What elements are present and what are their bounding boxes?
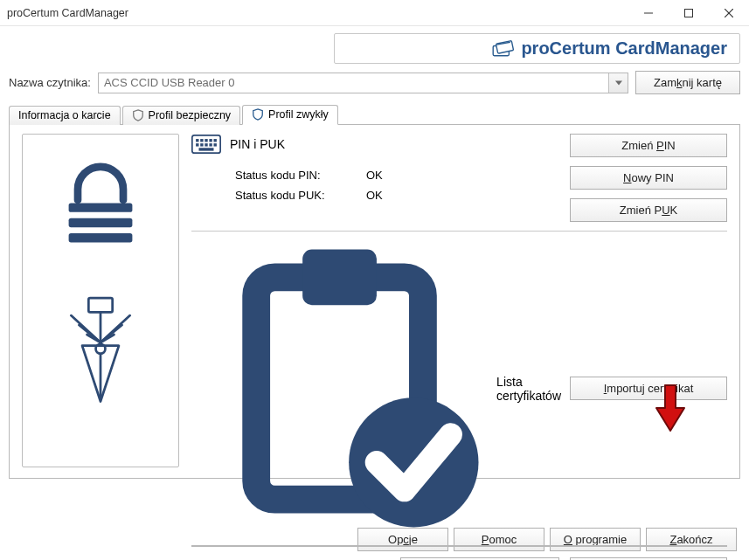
card-swipe-icon	[489, 39, 514, 59]
new-pin-button[interactable]: Nowy PIN	[570, 166, 727, 190]
tab-page-common: PIN i PUK Status kodu PIN: OK Status kod…	[9, 124, 740, 479]
reader-combo[interactable]: ACS CCID USB Reader 0	[98, 73, 628, 93]
svg-rect-11	[88, 298, 112, 312]
brand-text: proCertum CardManager	[521, 38, 727, 59]
tab-common-profile[interactable]: Profil zwykły	[242, 105, 338, 125]
title-bar: proCertum CardManager	[0, 0, 749, 26]
pin-status-value: OK	[366, 169, 410, 182]
pin-buttons: Zmień PIN Nowy PIN Zmień PUK	[570, 134, 727, 222]
minimize-button[interactable]	[628, 0, 669, 26]
left-illustration-column	[22, 134, 179, 467]
svg-rect-20	[200, 143, 203, 146]
import-cert-button[interactable]: Importuj certyfikat	[570, 377, 727, 400]
pin-section-title: PIN i PUK	[230, 137, 285, 151]
cert-table-header: Właściciel certyfikatu Wystawca certyfik…	[192, 546, 726, 547]
window-title: proCertum CardManager	[7, 7, 128, 19]
tab-label: Informacja o karcie	[18, 109, 111, 121]
svg-rect-26	[302, 250, 377, 306]
keyboard-icon	[191, 134, 221, 155]
chevron-down-icon[interactable]	[608, 73, 628, 93]
svg-rect-14	[196, 139, 198, 142]
change-puk-button[interactable]: Zmień PUK	[570, 198, 727, 222]
svg-rect-21	[205, 143, 207, 146]
profile-right-column: PIN i PUK Status kodu PIN: OK Status kod…	[191, 134, 727, 467]
col-validity[interactable]: Data ważności	[594, 546, 726, 547]
svg-rect-18	[214, 139, 217, 142]
tab-card-info[interactable]: Informacja o karcie	[9, 106, 121, 125]
maximize-button[interactable]	[669, 0, 709, 26]
svg-marker-7	[615, 80, 622, 85]
reader-label: Nazwa czytnika:	[9, 76, 91, 89]
shield-icon	[132, 109, 144, 121]
svg-rect-10	[69, 233, 133, 242]
tab-label: Profil bezpieczny	[149, 109, 232, 121]
svg-rect-15	[200, 139, 203, 142]
tab-label: Profil zwykły	[268, 108, 329, 121]
svg-rect-24	[199, 148, 214, 150]
reader-combo-value: ACS CCID USB Reader 0	[99, 73, 608, 93]
tabs: Informacja o karcie Profil bezpieczny Pr…	[9, 103, 740, 514]
cert-section-title: Lista certyfikatów	[496, 375, 561, 403]
svg-rect-16	[205, 139, 207, 142]
pen-nib-icon	[65, 295, 136, 409]
svg-rect-17	[209, 139, 212, 142]
pin-section-head: PIN i PUK	[191, 134, 549, 155]
tabstrip: Informacja o karcie Profil bezpieczny Pr…	[9, 103, 740, 124]
svg-rect-23	[214, 143, 217, 146]
cert-head-row: Lista certyfikatów Importuj certyfikat	[191, 240, 727, 536]
col-issuer[interactable]: Wystawca certyfikatu	[393, 546, 594, 547]
pin-status-label: Status kodu PIN:	[235, 169, 366, 182]
brand-panel: proCertum CardManager	[334, 33, 740, 64]
col-owner[interactable]: Właściciel certyfikatu	[192, 546, 393, 547]
pin-status-grid: Status kodu PIN: OK Status kodu PUK: OK	[191, 169, 549, 202]
svg-rect-9	[69, 218, 133, 227]
svg-rect-22	[209, 143, 212, 146]
svg-rect-8	[69, 203, 133, 211]
puk-status-label: Status kodu PUK:	[235, 189, 366, 202]
cert-table[interactable]: Właściciel certyfikatu Wystawca certyfik…	[191, 545, 727, 547]
change-pin-button[interactable]: Zmień PIN	[570, 134, 727, 157]
svg-rect-19	[196, 143, 198, 146]
pin-block: PIN i PUK Status kodu PIN: OK Status kod…	[191, 134, 727, 222]
tab-secure-profile[interactable]: Profil bezpieczny	[122, 106, 241, 125]
lock-icon	[55, 157, 146, 253]
reader-row: Nazwa czytnika: ACS CCID USB Reader 0 Za…	[9, 71, 740, 94]
close-card-button[interactable]: Zamknij kartę	[635, 71, 740, 94]
svg-rect-1	[685, 9, 693, 17]
close-button[interactable]	[709, 0, 749, 26]
clipboard-check-icon	[191, 240, 488, 536]
shield-icon	[252, 108, 264, 121]
puk-status-value: OK	[366, 189, 410, 202]
